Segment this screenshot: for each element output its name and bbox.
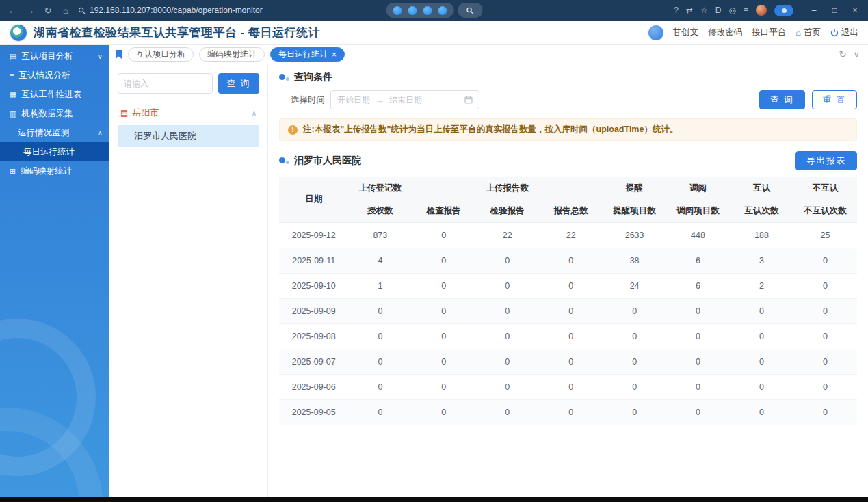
export-report-button[interactable]: 导出报表 [795,151,857,170]
close-button[interactable]: × [846,3,864,18]
tab-label: 互认项目分析 [136,49,185,60]
home-icon[interactable]: ⌂ [57,3,74,18]
grid-icon: ⊞ [10,167,16,176]
taskbar-strip [0,497,868,502]
browser-tab-favicon[interactable] [393,6,402,15]
sidebar-item-code-mapping[interactable]: ⊞ 编码映射统计 [0,161,109,181]
sidebar-item-project-analysis[interactable]: ▤ 互认项目分析 ∨ [0,47,109,66]
collections-icon[interactable]: ◎ [729,5,736,15]
tree-hospital-label: 汨罗市人民医院 [134,130,196,142]
tree-node-hospital[interactable]: 汨罗市人民医院 [118,125,259,147]
value-cell: 0 [666,323,730,349]
browser-tab-favicon[interactable] [408,6,417,15]
sidebar-item-daily-stats[interactable]: 每日运行统计 [0,142,109,161]
date-range-picker[interactable]: 开始日期 → 结束日期 [330,90,479,109]
change-password-link[interactable]: 修改密码 [708,27,742,38]
logout-link[interactable]: 退出 [830,27,858,38]
close-icon[interactable]: × [332,51,337,59]
value-cell: 0 [475,399,539,425]
maximize-button[interactable]: □ [826,3,843,18]
value-cell: 0 [666,374,730,399]
sidebar-item-label: 每日运行统计 [23,146,75,158]
notice-banner: ! 注:本报表"上传报告数"统计为当日上传至平台的真实报告数量，按入库时间（up… [279,118,857,141]
tab-label: 编码映射统计 [207,49,257,60]
date-arrow: → [376,95,384,105]
sidebar-item-data-collection[interactable]: ▥ 机构数据采集 [0,104,109,123]
interface-platform-link[interactable]: 接口平台 [752,27,786,38]
sidebar-item-label: 互认项目分析 [21,51,73,62]
sidebar-item-label: 互认工作推进表 [21,89,81,101]
value-cell: 0 [603,298,666,323]
value-cell: 0 [730,298,793,323]
tab-code-mapping[interactable]: 编码映射统计 [199,47,265,62]
value-cell: 0 [603,399,666,425]
query-reset-button[interactable]: 重 置 [812,90,857,109]
sidebar-item-situation-analysis[interactable]: ≡ 互认情况分析 [0,66,109,85]
date-cell: 2025-09-11 [279,248,348,273]
value-cell: 22 [539,222,603,248]
chevron-down-icon[interactable]: ∨ [853,49,860,60]
value-cell: 0 [348,399,412,425]
date-cell: 2025-09-06 [279,374,348,399]
database-icon: ▥ [10,109,16,118]
url-text: 192.168.110.207:8000/capab/operation-mon… [90,5,263,15]
send-icon[interactable]: ⇄ [686,5,693,15]
tab-project-analysis[interactable]: 互认项目分析 [128,47,194,62]
tree-search-button[interactable]: 查 询 [218,73,259,94]
panels: 查 询 ▤ 岳阳市 ∧ 汨罗市人民医院 [109,64,868,497]
tree-search-input[interactable] [118,73,213,94]
search-icon [78,7,86,14]
home-link[interactable]: ⌂ 首页 [795,27,821,38]
date-cell: 2025-09-08 [279,323,348,349]
browser-avatar[interactable] [756,5,767,16]
query-search-button[interactable]: 查 询 [759,90,804,109]
tab-label: 每日运行统计 [278,49,328,60]
table-header-column: 检查报告 [412,200,475,222]
table-header-group: 提醒 [603,177,666,200]
query-buttons: 查 询 重 置 [759,90,857,109]
help-icon[interactable]: ? [674,5,679,15]
forward-icon[interactable]: → [22,3,38,18]
table-header: 日期上传登记数上传报告数提醒调阅互认不互认 授权数检查报告检验报告报告总数提醒项… [279,177,857,222]
value-cell: 188 [730,222,793,248]
screen: ← → ↻ ⌂ 192.168.110.207:8000/capab/opera… [0,0,868,502]
table-header-group: 上传登记数 [348,177,412,200]
value-cell: 0 [666,399,730,425]
chevron-up-icon: ∧ [252,109,257,117]
notification-avatar-icon[interactable] [648,25,663,40]
menu-icon[interactable]: ≡ [744,5,748,15]
date-cell: 2025-09-10 [279,273,348,298]
browser-tab-favicon[interactable] [423,6,432,15]
tab-search-button[interactable] [458,3,482,18]
table-row: 2025-09-0500000000 [279,399,857,425]
value-cell: 0 [348,374,412,399]
value-cell: 0 [475,323,539,349]
browser-tab-favicon[interactable] [438,6,447,15]
favorite-icon[interactable]: ☆ [700,5,708,15]
reload-icon[interactable]: ↻ [40,3,56,18]
table-header-column: 提醒项目数 [603,200,666,222]
minimize-button[interactable]: – [805,3,823,18]
section-dot-icon [279,74,289,81]
value-cell: 0 [412,323,475,349]
tab-daily-stats[interactable]: 每日运行统计 × [270,47,345,62]
sidebar-item-work-schedule[interactable]: ▦ 互认工作推进表 [0,85,109,104]
downloads-icon[interactable]: D [715,5,722,15]
back-icon[interactable]: ← [4,3,21,18]
browser-profile-badge[interactable] [774,5,793,16]
table-header-column: 互认次数 [730,200,793,222]
tree-node-city[interactable]: ▤ 岳阳市 ∧ [118,103,259,122]
browser-toolbar-right: ? ⇄ ☆ D ◎ ≡ – □ × [674,3,864,18]
table-header-column: 调阅项目数 [666,200,730,222]
sidebar-item-operation-monitor[interactable]: 运行情况监测 ∧ [0,123,109,142]
browser-tab-strip [386,3,482,18]
value-cell: 0 [793,298,857,323]
browser-chrome: ← → ↻ ⌂ 192.168.110.207:8000/capab/opera… [0,0,868,21]
refresh-icon[interactable]: ↻ [839,49,847,60]
table-header-column: 授权数 [348,200,412,222]
table-row: 2025-09-0800000000 [279,323,857,349]
value-cell: 0 [603,374,666,399]
value-cell: 0 [475,374,539,399]
user-name[interactable]: 甘创文 [673,27,699,38]
address-bar[interactable]: 192.168.110.207:8000/capab/operation-mon… [78,5,263,15]
